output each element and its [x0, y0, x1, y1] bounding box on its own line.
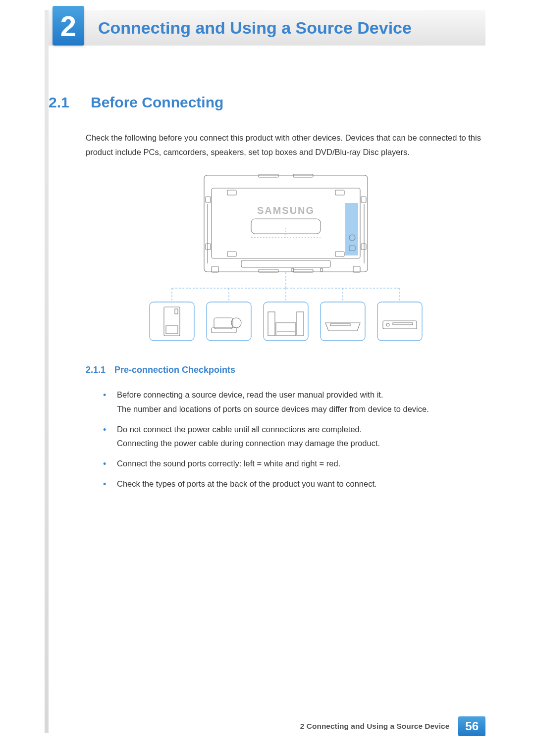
subsection-title: Pre-connection Checkpoints [114, 365, 235, 375]
diagram-svg: SAMSUNG [147, 174, 425, 345]
svg-rect-45 [268, 312, 275, 336]
svg-rect-46 [297, 312, 304, 336]
svg-rect-47 [276, 323, 296, 336]
svg-rect-5 [335, 252, 344, 256]
side-rail [45, 10, 49, 733]
page-number-badge: 56 [458, 716, 485, 736]
section-title: Before Connecting [91, 94, 223, 111]
svg-rect-34 [150, 302, 194, 341]
list-item: Connect the sound ports correctly: left … [103, 456, 485, 471]
svg-rect-20 [353, 266, 360, 272]
svg-rect-7 [361, 197, 366, 202]
svg-rect-49 [330, 324, 350, 326]
list-item: Check the types of ports at the back of … [103, 477, 485, 491]
svg-rect-37 [321, 302, 365, 341]
svg-rect-39 [164, 307, 180, 336]
chapter-number: 2 [60, 9, 76, 43]
svg-rect-52 [393, 323, 413, 325]
svg-rect-40 [175, 309, 178, 314]
svg-rect-41 [166, 326, 178, 334]
footer-chapter-ref: 2 Connecting and Using a Source Device [300, 722, 458, 731]
list-item: Do not connect the power cable until all… [103, 422, 485, 451]
chapter-title: Connecting and Using a Source Device [98, 18, 412, 38]
subsection-number: 2.1.1 [86, 365, 106, 375]
svg-rect-6 [206, 197, 211, 202]
svg-rect-38 [377, 302, 422, 341]
section-number: 2.1 [49, 94, 76, 111]
svg-rect-15 [345, 203, 358, 255]
chapter-number-badge: 2 [53, 6, 84, 46]
svg-rect-36 [264, 302, 308, 341]
chapter-header-bar: Connecting and Using a Source Device [49, 10, 485, 46]
svg-rect-3 [335, 190, 344, 195]
section-intro-text: Check the following before you connect t… [86, 131, 485, 159]
svg-rect-22 [321, 268, 322, 271]
svg-rect-35 [207, 302, 251, 341]
section-heading: 2.1 Before Connecting [49, 94, 485, 111]
svg-point-51 [386, 323, 389, 326]
content-area: 2.1 Before Connecting Check the followin… [49, 84, 485, 497]
svg-rect-21 [292, 268, 294, 271]
svg-rect-8 [206, 244, 211, 250]
brand-label: SAMSUNG [257, 205, 314, 216]
svg-rect-18 [241, 260, 330, 267]
svg-rect-9 [361, 244, 366, 250]
svg-rect-1 [212, 188, 360, 258]
svg-rect-11 [293, 174, 313, 177]
svg-rect-42 [214, 318, 233, 329]
svg-rect-19 [212, 266, 218, 272]
svg-rect-0 [204, 175, 368, 272]
checkpoint-list: Before connecting a source device, read … [103, 388, 485, 491]
connection-diagram: SAMSUNG [86, 174, 485, 345]
page-footer: 2 Connecting and Using a Source Device 5… [300, 716, 485, 736]
svg-rect-4 [227, 252, 236, 256]
list-item: Before connecting a source device, read … [103, 388, 485, 416]
svg-rect-2 [227, 190, 236, 195]
svg-rect-10 [259, 174, 278, 177]
subsection-heading: 2.1.1Pre-connection Checkpoints [86, 365, 485, 375]
